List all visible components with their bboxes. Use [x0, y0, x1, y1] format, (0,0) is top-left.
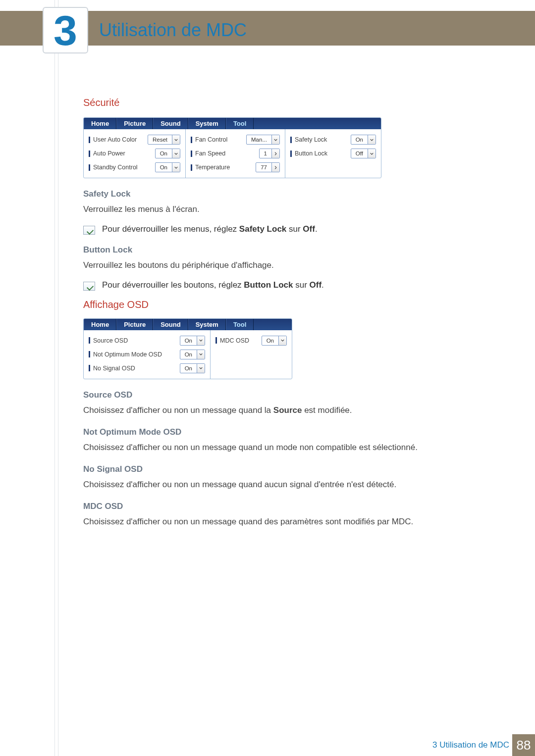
lbl-user-auto-color: User Auto Color [93, 136, 137, 143]
lbl-mdc-osd: MDC OSD [220, 337, 249, 344]
dd-standby-control[interactable]: On [155, 162, 180, 172]
dd-safety-lock[interactable]: On [351, 135, 376, 145]
tab-picture[interactable]: Picture [116, 118, 153, 129]
tab-home[interactable]: Home [84, 319, 116, 330]
chevron-down-icon [197, 350, 205, 359]
tab-sound[interactable]: Sound [153, 118, 188, 129]
security-panel: Home Picture Sound System Tool User Auto… [83, 117, 381, 178]
dd-mdc-osd[interactable]: On [262, 336, 287, 346]
chapter-title: Utilisation de MDC [99, 20, 247, 41]
tab-bar: Home Picture Sound System Tool [84, 319, 292, 330]
tab-picture[interactable]: Picture [116, 319, 153, 330]
chevron-down-icon [368, 135, 375, 144]
text-button-lock: Verrouillez les boutons du périphérique … [83, 260, 470, 271]
chevron-down-icon [172, 149, 180, 158]
tab-system[interactable]: System [188, 118, 226, 129]
left-rule [54, 0, 58, 756]
chapter-number: 3 [54, 9, 77, 51]
content: Sécurité Home Picture Sound System Tool … [83, 97, 470, 537]
panel-grid: Source OSDOn Not Optimum Mode OSDOn No S… [84, 330, 292, 379]
dd-no-signal-osd[interactable]: On [180, 363, 205, 373]
page-number: 88 [512, 734, 535, 756]
note-icon [83, 226, 95, 235]
sub-mdc-osd: MDC OSD [83, 502, 470, 511]
sub-not-optimum-osd: Not Optimum Mode OSD [83, 427, 470, 437]
tab-system[interactable]: System [188, 319, 226, 330]
text-mdc-osd: Choisissez d'afficher ou non un message … [83, 516, 470, 528]
section-heading-osd: Affichage OSD [83, 299, 470, 310]
text-source-osd: Choisissez d'afficher ou non un message … [83, 405, 470, 416]
lbl-fan-control: Fan Control [195, 136, 227, 143]
chevron-down-icon [172, 163, 180, 172]
chevron-down-icon [197, 336, 205, 345]
note-text: Pour déverrouiller les menus, réglez Saf… [102, 224, 318, 234]
tab-bar: Home Picture Sound System Tool [84, 118, 381, 129]
lbl-safety-lock: Safety Lock [295, 136, 327, 143]
lbl-source-osd: Source OSD [93, 337, 128, 344]
lbl-button-lock: Button Lock [295, 150, 327, 157]
sub-source-osd: Source OSD [83, 390, 470, 400]
page: 3 Utilisation de MDC Sécurité Home Pictu… [0, 0, 535, 756]
dd-source-osd[interactable]: On [180, 336, 205, 346]
sub-button-lock: Button Lock [83, 245, 470, 255]
dd-auto-power[interactable]: On [155, 149, 180, 158]
sub-safety-lock: Safety Lock [83, 189, 470, 199]
osd-panel: Home Picture Sound System Tool Source OS… [83, 318, 292, 379]
chevron-down-icon [368, 149, 375, 158]
dd-not-optimum-osd[interactable]: On [180, 350, 205, 359]
note-text: Pour déverrouiller les boutons, réglez B… [102, 280, 324, 290]
tab-home[interactable]: Home [84, 118, 116, 129]
lbl-standby-control: Standby Control [93, 164, 138, 171]
note-icon [83, 282, 95, 291]
chevron-down-icon [197, 364, 205, 373]
lbl-temperature: Temperature [195, 164, 230, 171]
dd-fan-speed[interactable]: 1 [259, 149, 280, 158]
text-not-optimum-osd: Choisissez d'afficher ou non un message … [83, 442, 470, 454]
chevron-right-icon [271, 149, 279, 158]
sub-no-signal-osd: No Signal OSD [83, 464, 470, 474]
note-safety-lock: Pour déverrouiller les menus, réglez Saf… [83, 224, 470, 234]
chevron-right-icon [271, 163, 279, 172]
footer: 3 Utilisation de MDC 88 [0, 734, 535, 756]
text-safety-lock: Verrouillez les menus à l'écran. [83, 204, 470, 215]
dd-button-lock[interactable]: Off [351, 149, 376, 158]
section-heading-security: Sécurité [83, 97, 470, 108]
panel-grid: User Auto ColorReset Auto PowerOn Standb… [84, 129, 381, 178]
note-button-lock: Pour déverrouiller les boutons, réglez B… [83, 280, 470, 290]
text-no-signal-osd: Choisissez d'afficher ou non un message … [83, 479, 470, 491]
lbl-no-signal-osd: No Signal OSD [93, 365, 135, 372]
lbl-not-optimum-osd: Not Optimum Mode OSD [93, 351, 162, 358]
footer-text: 3 Utilisation de MDC [432, 740, 509, 750]
tab-sound[interactable]: Sound [153, 319, 188, 330]
lbl-fan-speed: Fan Speed [195, 150, 225, 157]
chevron-down-icon [278, 336, 286, 345]
dd-temperature[interactable]: 77 [256, 162, 280, 172]
dd-user-auto-color[interactable]: Reset [148, 135, 180, 145]
tab-tool[interactable]: Tool [226, 319, 254, 330]
chapter-badge: 3 [43, 7, 88, 53]
tab-tool[interactable]: Tool [226, 118, 254, 129]
chevron-down-icon [271, 135, 279, 144]
dd-fan-control[interactable]: Man... [246, 135, 280, 145]
chevron-down-icon [172, 135, 180, 144]
lbl-auto-power: Auto Power [93, 150, 125, 157]
